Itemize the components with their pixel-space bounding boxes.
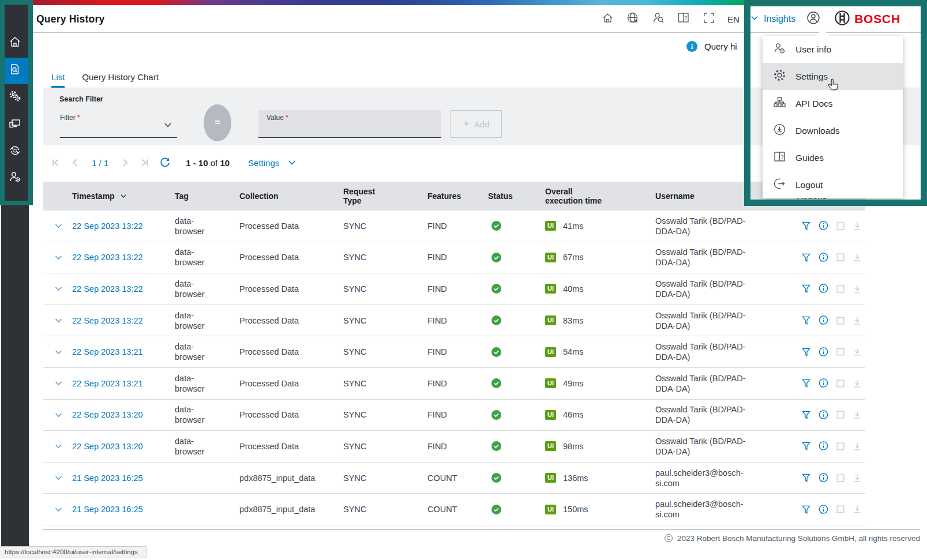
menu-item-downloads[interactable]: Downloads <box>763 117 903 144</box>
language-label[interactable]: EN <box>727 14 740 24</box>
sidebar-item-services[interactable] <box>1 84 29 111</box>
select-square-icon[interactable] <box>835 409 846 420</box>
timestamp-link[interactable]: 21 Sep 2023 16:25 <box>72 473 175 483</box>
filter-icon[interactable] <box>801 220 812 231</box>
sidebar-item-devices[interactable] <box>1 111 29 138</box>
language-globe-icon[interactable] <box>626 11 640 27</box>
table-row: 22 Sep 2023 13:22data- browserProcessed … <box>43 211 865 242</box>
chevron-down-icon[interactable] <box>750 13 759 25</box>
row-expand-button[interactable] <box>43 347 72 357</box>
next-page-button[interactable] <box>120 157 130 168</box>
filter-icon[interactable] <box>801 441 812 452</box>
timestamp-link[interactable]: 22 Sep 2023 13:20 <box>72 441 175 452</box>
add-filter-button[interactable]: + Add <box>451 110 502 138</box>
first-page-button[interactable] <box>50 157 61 168</box>
timestamp-link[interactable]: 22 Sep 2023 13:20 <box>72 409 175 420</box>
fullscreen-icon[interactable] <box>702 11 716 27</box>
row-expand-button[interactable] <box>43 253 72 262</box>
filter-icon[interactable] <box>801 472 812 483</box>
username-cell: paul.scheider3@bosch- si.com <box>655 468 797 488</box>
timestamp-link[interactable]: 22 Sep 2023 13:21 <box>72 378 175 389</box>
row-expand-button[interactable] <box>43 284 72 294</box>
filter-icon[interactable] <box>801 347 812 358</box>
info-icon[interactable] <box>818 504 829 515</box>
sidebar-item-home[interactable] <box>1 30 29 57</box>
collection-cell: Processed Data <box>239 315 343 326</box>
row-expand-button[interactable] <box>43 441 72 451</box>
download-icon[interactable] <box>852 378 862 389</box>
row-expand-button[interactable] <box>43 221 72 231</box>
username-cell: Osswald Tarik (BD/PAD- DDA-DA) <box>655 373 797 394</box>
guide-book-icon[interactable]: ? <box>677 11 690 27</box>
tab-query-history-chart[interactable]: Query History Chart <box>82 67 159 88</box>
refresh-icon[interactable] <box>159 157 171 168</box>
menu-item-logout[interactable]: Logout <box>763 171 903 198</box>
select-square-icon[interactable] <box>835 221 846 231</box>
tag-cell: data- browser <box>175 436 239 457</box>
sidebar-item-user-admin[interactable] <box>1 165 29 191</box>
timestamp-link[interactable]: 22 Sep 2023 13:22 <box>72 252 175 262</box>
select-square-icon[interactable] <box>835 347 846 357</box>
sidebar-item-data-processing[interactable] <box>1 138 29 165</box>
download-icon[interactable] <box>852 284 862 294</box>
row-expand-button[interactable] <box>43 473 72 483</box>
row-expand-button[interactable] <box>43 378 72 388</box>
info-icon[interactable] <box>818 252 829 263</box>
value-input[interactable]: Value * <box>258 110 441 138</box>
select-square-icon[interactable] <box>835 473 846 483</box>
select-square-icon[interactable] <box>835 315 846 326</box>
home-icon[interactable] <box>601 12 614 27</box>
row-expand-button[interactable] <box>43 505 72 514</box>
timestamp-link[interactable]: 22 Sep 2023 13:21 <box>72 347 175 357</box>
timestamp-link[interactable]: 21 Sep 2023 16:25 <box>72 504 175 514</box>
menu-item-guides[interactable]: ?Guides <box>763 144 903 171</box>
filter-icon[interactable] <box>801 283 812 294</box>
download-icon[interactable] <box>852 441 862 452</box>
filter-select[interactable]: Filter * <box>60 110 177 138</box>
info-icon[interactable] <box>818 347 829 358</box>
last-page-button[interactable] <box>140 157 150 168</box>
info-icon[interactable] <box>818 472 829 483</box>
download-icon[interactable] <box>852 473 862 483</box>
previous-page-button[interactable] <box>70 157 80 168</box>
info-icon[interactable] <box>818 283 829 294</box>
info-icon[interactable] <box>818 315 829 326</box>
chevron-down-icon <box>287 158 297 167</box>
row-expand-button[interactable] <box>43 410 72 420</box>
filter-icon[interactable] <box>801 504 812 515</box>
support-icon[interactable] <box>651 11 665 27</box>
filter-icon[interactable] <box>801 409 812 420</box>
row-expand-button[interactable] <box>43 315 72 325</box>
info-icon[interactable] <box>818 378 829 389</box>
filter-icon[interactable] <box>801 378 812 389</box>
insights-link[interactable]: Insights <box>764 14 795 24</box>
ui-channel-badge: UI <box>545 378 556 388</box>
user-avatar-icon[interactable] <box>806 10 821 28</box>
download-icon[interactable] <box>852 221 862 231</box>
download-icon[interactable] <box>852 252 862 262</box>
tab-list[interactable]: List <box>51 67 65 88</box>
download-icon[interactable] <box>852 504 862 514</box>
filter-icon[interactable] <box>801 252 812 263</box>
info-icon[interactable] <box>818 220 829 231</box>
download-icon[interactable] <box>852 315 862 326</box>
sidebar-item-query-history[interactable] <box>1 58 29 84</box>
select-square-icon[interactable] <box>835 504 846 514</box>
column-header-timestamp[interactable]: Timestamp <box>72 191 175 201</box>
info-icon[interactable] <box>818 409 829 420</box>
info-icon[interactable] <box>818 441 829 452</box>
select-square-icon[interactable] <box>835 252 846 262</box>
menu-item-user-info[interactable]: User info <box>763 36 903 63</box>
select-square-icon[interactable] <box>835 441 846 452</box>
table-settings-button[interactable]: Settings <box>248 158 297 168</box>
select-square-icon[interactable] <box>835 378 846 389</box>
request-type-cell: SYNC <box>343 441 427 452</box>
select-square-icon[interactable] <box>835 284 846 294</box>
download-icon[interactable] <box>852 409 862 420</box>
timestamp-link[interactable]: 22 Sep 2023 13:22 <box>72 284 175 294</box>
filter-icon[interactable] <box>801 315 812 326</box>
download-icon[interactable] <box>852 347 862 357</box>
timestamp-link[interactable]: 22 Sep 2023 13:22 <box>72 315 175 326</box>
timestamp-link[interactable]: 22 Sep 2023 13:22 <box>72 221 175 231</box>
username-cell: Osswald Tarik (BD/PAD- DDA-DA) <box>655 341 797 362</box>
